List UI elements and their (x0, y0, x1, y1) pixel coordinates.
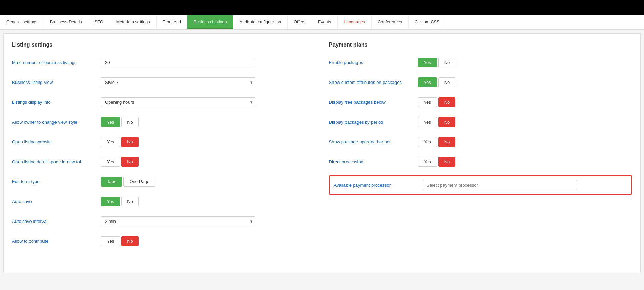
btn-group-allow-owner-change-view: YesNo (101, 117, 315, 127)
control-open-listing-details-new-tab: YesNo (101, 157, 315, 167)
label-show-package-upgrade-banner: Show package upgrade banner (329, 139, 418, 144)
yes-btn-open-listing-details-new-tab[interactable]: Yes (101, 157, 120, 167)
yes-btn-display-free-packages-below[interactable]: Yes (418, 97, 437, 107)
control-open-listing-website: YesNo (101, 137, 315, 147)
payment-processor-input[interactable] (423, 180, 577, 190)
no-btn-show-custom-attributes[interactable]: No (438, 77, 456, 87)
yes-btn-enable-packages[interactable]: Yes (418, 58, 437, 67)
select-listings-display-info[interactable]: Opening hoursAddressPhone (101, 97, 255, 107)
yes-btn-allow-owner-change-view[interactable]: Yes (101, 117, 120, 127)
yes-btn-show-custom-attributes[interactable]: Yes (418, 77, 437, 87)
label-available-payment-processor: Available payment processor (334, 182, 423, 188)
select-business-listing-view[interactable]: Style 1Style 2Style 3Style 4Style 5Style… (101, 77, 255, 87)
top-bar (0, 0, 644, 15)
input-max-business-listings[interactable] (101, 58, 255, 67)
label-allow-owner-change-view: Allow owner to change view style (12, 119, 101, 125)
yes-btn-open-listing-website[interactable]: Yes (101, 137, 120, 147)
two-column-layout: Listing settings Max. number of business… (12, 42, 632, 255)
label-edit-form-type: Edit form type (12, 179, 101, 184)
onepage-btn[interactable]: One Page (123, 177, 155, 187)
btn-group-display-packages-by-period: YesNo (418, 117, 632, 127)
yes-btn-direct-processing[interactable]: Yes (418, 157, 437, 167)
payment-plans-fields: Enable packagesYesNoShow custom attribut… (329, 56, 632, 195)
form-row-listings-display-info: Listings display infoOpening hoursAddres… (12, 96, 315, 108)
no-btn-allow-contribute[interactable]: No (121, 236, 139, 246)
tab-languages[interactable]: Languages (338, 15, 372, 29)
highlighted-row-available-payment-processor: Available payment processor (329, 175, 632, 195)
tab-custom-css[interactable]: Custom CSS (409, 15, 446, 29)
label-listings-display-info: Listings display info (12, 100, 101, 105)
tab-business-listings[interactable]: Business Listings (187, 15, 233, 29)
yes-btn-allow-contribute[interactable]: Yes (101, 236, 120, 246)
tab-offers[interactable]: Offers (288, 15, 312, 29)
label-open-listing-details-new-tab: Open listing details page in new tab (12, 159, 101, 164)
listing-settings-title: Listing settings (12, 42, 315, 48)
btn-group-direct-processing: YesNo (418, 157, 632, 167)
tabs-navigation: General settingsBusiness DetailsSEOMetad… (0, 15, 644, 30)
content-area: Listing settings Max. number of business… (3, 33, 641, 273)
form-row-show-package-upgrade-banner: Show package upgrade bannerYesNo (329, 136, 632, 148)
form-row-edit-form-type: Edit form typeTabsOne Page (12, 175, 315, 188)
form-row-max-business-listings: Max. number of business listings (12, 56, 315, 68)
btn-group-show-package-upgrade-banner: YesNo (418, 137, 632, 147)
listing-settings-fields: Max. number of business listingsBusiness… (12, 56, 315, 247)
no-btn-allow-owner-change-view[interactable]: No (121, 117, 139, 127)
select-auto-save-interval[interactable]: 1 min2 min5 min10 min (101, 216, 255, 226)
label-display-packages-by-period: Display packages by period (329, 119, 418, 125)
form-row-allow-contribute: Allow to contributeYesNo (12, 235, 315, 247)
form-row-open-listing-website: Open listing websiteYesNo (12, 136, 315, 148)
tabs-btn[interactable]: Tabs (101, 177, 122, 187)
tab-metadata-settings[interactable]: Metadata settings (110, 15, 157, 29)
btn-group-edit-form-type: TabsOne Page (101, 177, 315, 187)
form-row-display-free-packages-below: Display free packages belowYesNo (329, 96, 632, 108)
tab-front-end[interactable]: Front end (157, 15, 188, 29)
no-btn-auto-save[interactable]: No (121, 197, 139, 206)
label-auto-save: Auto save (12, 199, 101, 204)
tab-business-details[interactable]: Business Details (44, 15, 88, 29)
form-row-enable-packages: Enable packagesYesNo (329, 56, 632, 68)
form-row-available-payment-processor: Available payment processor (330, 179, 632, 191)
control-listings-display-info: Opening hoursAddressPhone (101, 97, 315, 107)
tab-conferences[interactable]: Conferences (372, 15, 409, 29)
label-business-listing-view: Business listing view (12, 80, 101, 85)
form-row-open-listing-details-new-tab: Open listing details page in new tabYesN… (12, 155, 315, 168)
label-enable-packages: Enable packages (329, 60, 418, 65)
no-btn-enable-packages[interactable]: No (438, 58, 456, 67)
yes-btn-show-package-upgrade-banner[interactable]: Yes (418, 137, 437, 147)
tab-general-settings[interactable]: General settings (0, 15, 44, 29)
no-btn-display-free-packages-below[interactable]: No (438, 97, 456, 107)
control-direct-processing: YesNo (418, 157, 632, 167)
tab-seo[interactable]: SEO (88, 15, 110, 29)
btn-group-display-free-packages-below: YesNo (418, 97, 632, 107)
payment-plans-panel: Payment plans Enable packagesYesNoShow c… (329, 42, 632, 255)
control-show-custom-attributes: YesNo (418, 77, 632, 87)
tab-attribute-configuration[interactable]: Attribute configuration (233, 15, 288, 29)
no-btn-open-listing-website[interactable]: No (121, 137, 139, 147)
control-allow-owner-change-view: YesNo (101, 117, 315, 127)
control-enable-packages: YesNo (418, 58, 632, 67)
no-btn-open-listing-details-new-tab[interactable]: No (121, 157, 139, 167)
form-row-auto-save-interval: Auto save interval1 min2 min5 min10 min (12, 215, 315, 227)
btn-group-open-listing-details-new-tab: YesNo (101, 157, 315, 167)
control-display-packages-by-period: YesNo (418, 117, 632, 127)
tab-events[interactable]: Events (312, 15, 338, 29)
btn-group-show-custom-attributes: YesNo (418, 77, 632, 87)
no-btn-show-package-upgrade-banner[interactable]: No (438, 137, 456, 147)
control-max-business-listings (101, 58, 315, 67)
listing-settings-panel: Listing settings Max. number of business… (12, 42, 315, 255)
control-auto-save-interval: 1 min2 min5 min10 min (101, 216, 315, 226)
yes-btn-display-packages-by-period[interactable]: Yes (418, 117, 437, 127)
label-show-custom-attributes: Show custom attributes on packages (329, 80, 418, 85)
control-available-payment-processor (423, 180, 628, 190)
label-max-business-listings: Max. number of business listings (12, 60, 101, 65)
form-row-direct-processing: Direct processingYesNo (329, 155, 632, 168)
control-business-listing-view: Style 1Style 2Style 3Style 4Style 5Style… (101, 77, 315, 87)
label-direct-processing: Direct processing (329, 159, 418, 164)
label-open-listing-website: Open listing website (12, 139, 101, 144)
no-btn-direct-processing[interactable]: No (438, 157, 456, 167)
control-edit-form-type: TabsOne Page (101, 177, 315, 187)
form-row-show-custom-attributes: Show custom attributes on packagesYesNo (329, 76, 632, 88)
form-row-business-listing-view: Business listing viewStyle 1Style 2Style… (12, 76, 315, 88)
yes-btn-auto-save[interactable]: Yes (101, 197, 120, 206)
no-btn-display-packages-by-period[interactable]: No (438, 117, 456, 127)
